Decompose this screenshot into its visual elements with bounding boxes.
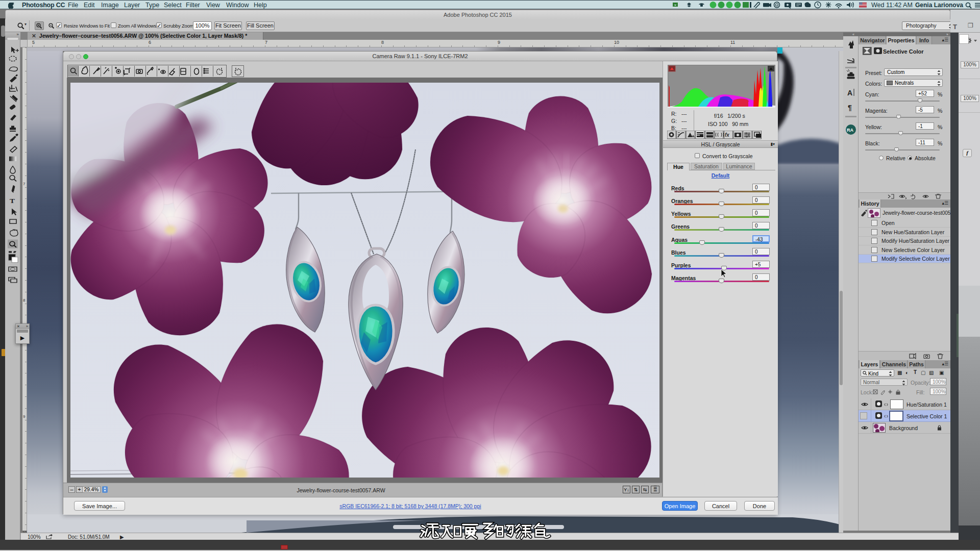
svg-text:¶: ¶ — [848, 104, 852, 112]
svg-text:fx: fx — [725, 132, 729, 138]
svg-text:RA: RA — [847, 128, 853, 133]
svg-text:T: T — [10, 197, 15, 205]
svg-text:A: A — [847, 89, 852, 97]
